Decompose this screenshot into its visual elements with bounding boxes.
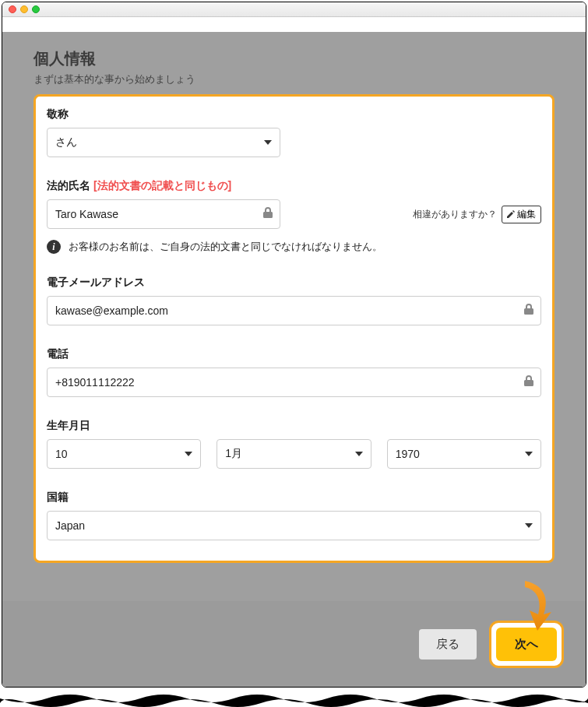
edit-button[interactable]: 編集: [502, 206, 541, 223]
legal-name-hint: [法的文書の記載と同じもの]: [93, 179, 231, 192]
tutorial-arrow-icon: [517, 579, 556, 634]
phone-value: +819011112222: [55, 376, 135, 389]
honorific-label: 敬称: [47, 107, 541, 121]
lock-icon: [524, 375, 533, 389]
dob-day-value: 10: [55, 448, 68, 460]
window-minimize-button[interactable]: [20, 5, 28, 13]
page-title: 個人情報: [33, 48, 555, 69]
window-titlebar: [2, 2, 586, 17]
chevron-down-icon: [185, 452, 192, 456]
honorific-select[interactable]: さん: [47, 128, 280, 157]
dob-month-select[interactable]: 1月: [217, 439, 371, 469]
window-zoom-button[interactable]: [32, 5, 40, 13]
back-button[interactable]: 戻る: [419, 629, 477, 660]
chevron-down-icon: [525, 452, 533, 456]
legal-name-value: Taro Kawase: [55, 208, 118, 220]
dob-year-value: 1970: [396, 448, 420, 460]
dob-year-select[interactable]: 1970: [387, 439, 541, 469]
highlighted-form-card: 敬称 さん 法的氏名 [法的文書の記載と同じもの] Taro Kawase: [33, 94, 555, 563]
email-field[interactable]: kawase@example.com: [47, 296, 541, 325]
citizenship-select[interactable]: Japan: [47, 511, 541, 540]
footer-bar: 戻る 次へ: [2, 601, 586, 687]
info-icon: i: [47, 240, 61, 254]
citizenship-value: Japan: [55, 519, 85, 532]
lock-icon: [524, 304, 533, 318]
app-window: 個人情報 まずは基本的な事から始めましょう 敬称 さん 法的氏名 [法的文書の記…: [2, 2, 586, 688]
dob-label: 生年月日: [47, 419, 541, 433]
torn-edge-decoration: [0, 689, 588, 707]
chevron-down-icon: [525, 523, 533, 528]
email-value: kawase@example.com: [55, 304, 168, 317]
citizenship-label: 国籍: [47, 491, 541, 505]
pencil-icon: [507, 210, 515, 218]
phone-label: 電話: [47, 347, 541, 361]
dob-month-value: 1月: [225, 447, 242, 461]
discrepancy-text: 相違がありますか？: [413, 208, 497, 221]
honorific-value: さん: [55, 135, 77, 149]
page-subtitle: まずは基本的な事から始めましょう: [33, 72, 555, 86]
chevron-down-icon: [264, 140, 272, 145]
legal-name-field[interactable]: Taro Kawase: [47, 199, 280, 229]
email-label: 電子メールアドレス: [47, 276, 541, 290]
phone-field[interactable]: +819011112222: [47, 368, 541, 397]
lock-icon: [263, 207, 273, 221]
legal-name-info-text: お客様のお名前は、ご自身の法的文書と同じでなければなりません。: [69, 240, 382, 254]
chevron-down-icon: [355, 452, 363, 456]
window-close-button[interactable]: [9, 5, 16, 13]
legal-name-label: 法的氏名 [法的文書の記載と同じもの]: [47, 179, 541, 193]
dob-day-select[interactable]: 10: [47, 439, 201, 469]
